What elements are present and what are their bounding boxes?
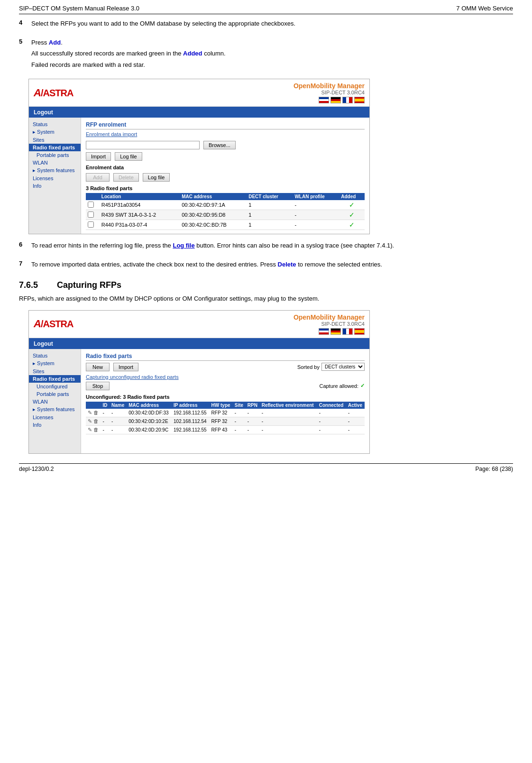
omm2-sidebar-status[interactable]: Status bbox=[29, 352, 81, 359]
log-file-label: Log file bbox=[173, 242, 194, 249]
flag-es bbox=[354, 97, 365, 103]
step-5-section: 5 Press Add. All successfully stored rec… bbox=[19, 38, 513, 72]
omm1-sub-title[interactable]: Enrolment data import bbox=[86, 131, 365, 137]
edit-icon[interactable]: ✎ bbox=[88, 418, 92, 424]
omm2-sidebar-unconfigured[interactable]: Unconfigured bbox=[29, 383, 81, 390]
row-refl: - bbox=[260, 425, 317, 434]
omm1-enrolment-section: Enrolment data Add Delete Log file bbox=[86, 165, 365, 182]
omm2-flags bbox=[294, 328, 365, 335]
omm2-new-btn[interactable]: New bbox=[86, 363, 110, 371]
omm1-file-input[interactable] bbox=[86, 141, 200, 149]
omm1-log-file-btn2[interactable]: Log file bbox=[143, 173, 170, 182]
step-5-line1: Press Add. bbox=[31, 38, 513, 47]
row-connected: - bbox=[317, 417, 346, 425]
ucol-ip: IP address bbox=[172, 402, 210, 409]
col-check bbox=[86, 193, 100, 200]
col-location: Location bbox=[100, 193, 180, 200]
omm2-capture-allowed-row: Capture allowed: ✓ bbox=[319, 383, 365, 389]
flag-fr bbox=[342, 97, 353, 103]
step-5-line2: All successfully stored records are mark… bbox=[31, 49, 513, 58]
section-765-heading: 7.6.5 Capturing RFPs RFPs, which are ass… bbox=[19, 280, 513, 303]
flag2-es bbox=[354, 328, 365, 335]
omm2-sidebar-sites[interactable]: Sites bbox=[29, 368, 81, 375]
row-check[interactable] bbox=[86, 220, 100, 230]
omm2-nav-bar: Logout bbox=[29, 338, 369, 349]
screenshot-2: A/ASTRA OpenMobility Manager SIP-DECT 3.… bbox=[28, 310, 370, 454]
sidebar-item-info[interactable]: Info bbox=[29, 182, 81, 190]
row-mac: 00:30:42:0D:95:D8 bbox=[180, 210, 247, 220]
row-dect: 1 bbox=[247, 220, 293, 230]
omm2-sidebar-portable[interactable]: Portable parts bbox=[29, 390, 81, 398]
omm2-sidebar-system[interactable]: ▸ System bbox=[29, 359, 81, 368]
row-connected: - bbox=[317, 425, 346, 434]
omm1-sidebar: Status ▸ System Sites Radio fixed parts … bbox=[29, 118, 81, 234]
omm1-body: Status ▸ System Sites Radio fixed parts … bbox=[29, 118, 369, 234]
row-active: - bbox=[346, 425, 365, 434]
omm1-delete-btn[interactable]: Delete bbox=[113, 173, 139, 182]
omm1-logout[interactable]: Logout bbox=[34, 109, 53, 116]
step-6-text: To read error hints in the referring log… bbox=[31, 241, 513, 250]
sidebar-item-sites[interactable]: Sites bbox=[29, 136, 81, 144]
sidebar-item-radio-fixed[interactable]: Radio fixed parts bbox=[29, 144, 81, 151]
sidebar-item-licenses[interactable]: Licenses bbox=[29, 175, 81, 182]
step-7-number: 7 bbox=[19, 260, 28, 271]
row-wlan: - bbox=[293, 200, 339, 210]
omm1-enrolment-action-row: Add Delete Log file bbox=[86, 173, 365, 182]
omm1-add-btn[interactable]: Add bbox=[86, 173, 110, 182]
row-connected: - bbox=[317, 409, 346, 417]
trash-icon[interactable]: 🗑 bbox=[93, 427, 99, 432]
row-refl: - bbox=[260, 409, 317, 417]
sidebar-item-portable[interactable]: Portable parts bbox=[29, 151, 81, 159]
sidebar-item-wlan[interactable]: WLAN bbox=[29, 159, 81, 166]
omm2-capturing-title: Capturing unconfigured radio fixed parts bbox=[86, 374, 365, 380]
omm2-sidebar-wlan[interactable]: WLAN bbox=[29, 398, 81, 405]
omm2-sidebar-info[interactable]: Info bbox=[29, 421, 81, 429]
row-id: - bbox=[101, 409, 110, 417]
omm1-browse-btn[interactable]: Browse... bbox=[203, 141, 236, 149]
row-ip: 102.168.112.54 bbox=[172, 417, 210, 425]
omm1-import-btn[interactable]: Import bbox=[86, 152, 111, 161]
trash-icon[interactable]: 🗑 bbox=[93, 410, 99, 415]
omm2-unconfigured-table: ID Name MAC address IP address HW type S… bbox=[86, 402, 365, 434]
omm2-body: Status ▸ System Sites Radio fixed parts … bbox=[29, 349, 369, 453]
omm2-sort-dropdown[interactable]: DECT clusters bbox=[321, 363, 365, 371]
flag2-uk bbox=[319, 328, 329, 335]
step-5-line3: Failed records are marked with a red sta… bbox=[31, 60, 513, 70]
row-check[interactable] bbox=[86, 210, 100, 220]
row-added: ✓ bbox=[339, 220, 365, 230]
header-right: 7 OMM Web Service bbox=[456, 5, 513, 12]
step-7-section: 7 To remove imported data entries, activ… bbox=[19, 260, 513, 271]
omm2-sidebar-system-features[interactable]: ▸ System features bbox=[29, 405, 81, 414]
row-ip: 192.168.112.55 bbox=[172, 425, 210, 434]
row-location: R451P31a03054 bbox=[100, 200, 180, 210]
add-label: Add bbox=[49, 39, 61, 46]
sidebar-item-status[interactable]: Status bbox=[29, 120, 81, 128]
omm2-import-btn[interactable]: Import bbox=[113, 363, 138, 371]
omm2-stop-btn[interactable]: Stop bbox=[86, 382, 110, 390]
omm1-rfp-table: Location MAC address DECT cluster WLAN p… bbox=[86, 193, 365, 230]
omm2-logout[interactable]: Logout bbox=[34, 340, 53, 347]
sorted-by-label: Sorted by bbox=[297, 364, 320, 370]
trash-icon[interactable]: 🗑 bbox=[93, 418, 99, 424]
step-4-number: 4 bbox=[19, 19, 28, 30]
row-added: ✓ bbox=[339, 210, 365, 220]
row-mac: 00:30:42:0C:BD:7B bbox=[180, 220, 247, 230]
capture-allowed-label: Capture allowed: bbox=[319, 383, 358, 389]
omm1-log-file-btn1[interactable]: Log file bbox=[115, 152, 142, 161]
step-4-section: 4 Select the RFPs you want to add to the… bbox=[19, 19, 513, 30]
row-actions: ✎ 🗑 bbox=[86, 425, 101, 434]
omm2-sidebar-licenses[interactable]: Licenses bbox=[29, 414, 81, 421]
sidebar-item-system[interactable]: ▸ System bbox=[29, 128, 81, 136]
omm1-header: A/ASTRA OpenMobility Manager SIP-DECT 3.… bbox=[29, 79, 369, 107]
ucol-id: ID bbox=[101, 402, 110, 409]
edit-icon[interactable]: ✎ bbox=[88, 410, 92, 415]
added-label: Added bbox=[183, 50, 202, 57]
omm1-import-section: Browse... Import Log file bbox=[86, 141, 365, 161]
omm2-sidebar-radio-fixed[interactable]: Radio fixed parts bbox=[29, 375, 81, 383]
row-id: - bbox=[101, 425, 110, 434]
edit-icon[interactable]: ✎ bbox=[88, 427, 92, 432]
section-title: Capturing RFPs bbox=[57, 280, 121, 290]
row-check[interactable] bbox=[86, 200, 100, 210]
page-footer: depl-1230/0.2 Page: 68 (238) bbox=[19, 463, 513, 472]
sidebar-item-system-features[interactable]: ▸ System features bbox=[29, 166, 81, 175]
